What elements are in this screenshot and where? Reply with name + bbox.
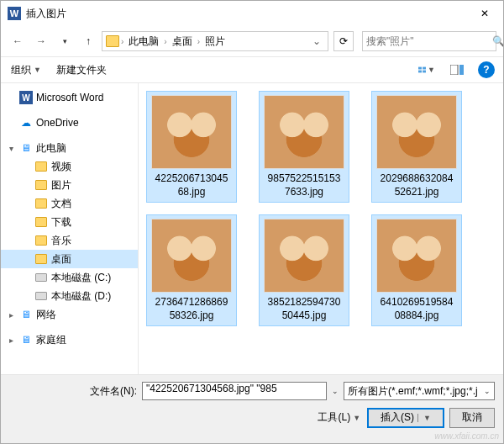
thumbnail [151, 95, 232, 169]
breadcrumb-dropdown[interactable]: ⌄ [309, 35, 324, 47]
up-button[interactable]: ↑ [78, 31, 98, 51]
thumbnail [151, 219, 232, 293]
search-input[interactable] [366, 35, 492, 47]
file-item-3[interactable]: 273647128686958326.jpg [147, 215, 236, 325]
preview-pane-button[interactable] [448, 61, 466, 79]
insert-button[interactable]: 插入(S) ▼ [367, 408, 444, 428]
tree-icon: 🖥 [19, 308, 33, 321]
thumbnail [376, 219, 457, 293]
title-bar: W 插入图片 ✕ [1, 1, 503, 26]
sidebar-item-12[interactable]: ▸🖥家庭组 [1, 330, 138, 349]
sidebar-item-10[interactable]: 本地磁盘 (D:) [1, 287, 138, 305]
file-name: 385218259473050445.jpg [263, 296, 345, 322]
tree-icon [34, 197, 48, 210]
tree-label: 下载 [51, 215, 71, 230]
help-button[interactable]: ? [478, 61, 495, 78]
tree-icon [34, 234, 48, 247]
thumbnail [264, 219, 344, 293]
tree-label: 图片 [51, 178, 71, 193]
expand-icon[interactable]: ▸ [6, 310, 16, 320]
tree-icon [34, 289, 48, 303]
tree-icon [34, 178, 48, 192]
sidebar-item-4[interactable]: 图片 [1, 176, 138, 194]
recent-locations-button[interactable]: ▾ [55, 31, 75, 51]
chevron-down-icon: ▼ [428, 66, 435, 74]
file-area[interactable]: 422520671304568.jpg98575225151537633.jpg… [139, 83, 503, 374]
tree-label: 此电脑 [36, 141, 66, 156]
split-dropdown-icon[interactable]: ▼ [417, 414, 431, 422]
filename-combo[interactable] [142, 382, 327, 400]
tree-icon [34, 252, 48, 266]
crumb-desktop[interactable]: 桌面 [169, 33, 196, 50]
chevron-right-icon[interactable]: › [197, 37, 200, 46]
sidebar-item-11[interactable]: ▸🖥网络 [1, 305, 138, 324]
svg-rect-3 [423, 71, 426, 73]
tree-icon [34, 215, 48, 229]
window-title: 插入图片 [26, 7, 465, 21]
file-name: 641026951958408884.jpg [375, 296, 458, 322]
back-button[interactable]: ← [8, 31, 28, 51]
expand-icon[interactable]: ▸ [6, 336, 16, 345]
sidebar-item-5[interactable]: 文档 [1, 194, 138, 213]
filename-label: 文件名(N): [90, 384, 137, 399]
cancel-button[interactable]: 取消 [449, 408, 495, 428]
chevron-right-icon[interactable]: › [164, 37, 166, 46]
file-grid: 422520671304568.jpg98575225151537633.jpg… [147, 92, 495, 325]
organize-button[interactable]: 组织 ▼ [9, 60, 43, 81]
sidebar-item-9[interactable]: 本地磁盘 (C:) [1, 268, 138, 287]
tree-icon: ☁ [19, 116, 33, 130]
tree-label: 网络 [36, 308, 56, 322]
refresh-button[interactable]: ⟳ [333, 31, 354, 51]
expand-icon[interactable]: ▾ [6, 144, 16, 153]
chevron-down-icon: ▼ [34, 66, 41, 74]
file-item-5[interactable]: 641026951958408884.jpg [372, 215, 461, 325]
toolbar: 组织 ▼ 新建文件夹 ▼ ? [1, 56, 503, 83]
svg-rect-4 [450, 65, 458, 75]
svg-rect-5 [459, 65, 464, 75]
svg-rect-1 [423, 67, 426, 70]
file-item-2[interactable]: 202968863208452621.jpg [372, 92, 461, 202]
chevron-right-icon[interactable]: › [121, 37, 123, 46]
sidebar-item-2[interactable]: ▾🖥此电脑 [1, 139, 138, 157]
app-icon: W [8, 7, 21, 20]
search-box[interactable]: 🔍 [362, 31, 496, 51]
sidebar-item-3[interactable]: 视频 [1, 157, 138, 176]
forward-button: → [31, 31, 51, 51]
crumb-photos[interactable]: 照片 [202, 33, 228, 50]
sidebar-item-6[interactable]: 下载 [1, 213, 138, 231]
tree-icon: W [19, 91, 33, 104]
file-item-4[interactable]: 385218259473050445.jpg [260, 215, 349, 325]
tree-label: 家庭组 [36, 333, 66, 347]
tree-label: 本地磁盘 (C:) [51, 271, 111, 285]
file-item-0[interactable]: 422520671304568.jpg [147, 92, 236, 202]
filename-dropdown[interactable]: ⌄ [332, 387, 339, 395]
sidebar-item-7[interactable]: 音乐 [1, 231, 138, 250]
thumbnail [376, 95, 457, 169]
folder-icon [106, 35, 119, 47]
body: WMicrosoft Word☁OneDrive▾🖥此电脑视频图片文档下载音乐桌… [1, 83, 503, 374]
sidebar-item-1[interactable]: ☁OneDrive [1, 114, 138, 132]
sidebar-item-8[interactable]: 桌面 [1, 250, 138, 268]
filename-input[interactable] [146, 383, 323, 394]
tree-label: OneDrive [36, 117, 79, 129]
tools-button[interactable]: 工具(L) ▼ [316, 407, 362, 428]
file-name: 202968863208452621.jpg [375, 172, 458, 198]
sidebar: WMicrosoft Word☁OneDrive▾🖥此电脑视频图片文档下载音乐桌… [1, 83, 139, 374]
file-name: 98575225151537633.jpg [263, 172, 345, 198]
new-folder-button[interactable]: 新建文件夹 [55, 60, 108, 81]
footer: 文件名(N): ⌄ 所有图片(*.emf;*.wmf;*.jpg;*.j ⌄ 工… [1, 374, 503, 443]
view-options-button[interactable]: ▼ [417, 61, 436, 79]
sidebar-item-0[interactable]: WMicrosoft Word [1, 88, 138, 107]
chevron-down-icon: ▼ [353, 414, 360, 422]
nav-bar: ← → ▾ ↑ › 此电脑 › 桌面 › 照片 ⌄ ⟳ 🔍 [1, 26, 503, 56]
file-item-1[interactable]: 98575225151537633.jpg [260, 92, 349, 202]
filetype-combo[interactable]: 所有图片(*.emf;*.wmf;*.jpg;*.j ⌄ [344, 382, 495, 400]
tree-label: 音乐 [51, 234, 71, 248]
tree-icon [34, 160, 48, 173]
crumb-pc[interactable]: 此电脑 [125, 33, 162, 50]
tree-icon [34, 271, 48, 284]
thumbnail [264, 95, 344, 169]
close-button[interactable]: ✕ [465, 1, 503, 26]
breadcrumb[interactable]: › 此电脑 › 桌面 › 照片 ⌄ [102, 31, 328, 51]
search-icon: 🔍 [492, 35, 504, 47]
